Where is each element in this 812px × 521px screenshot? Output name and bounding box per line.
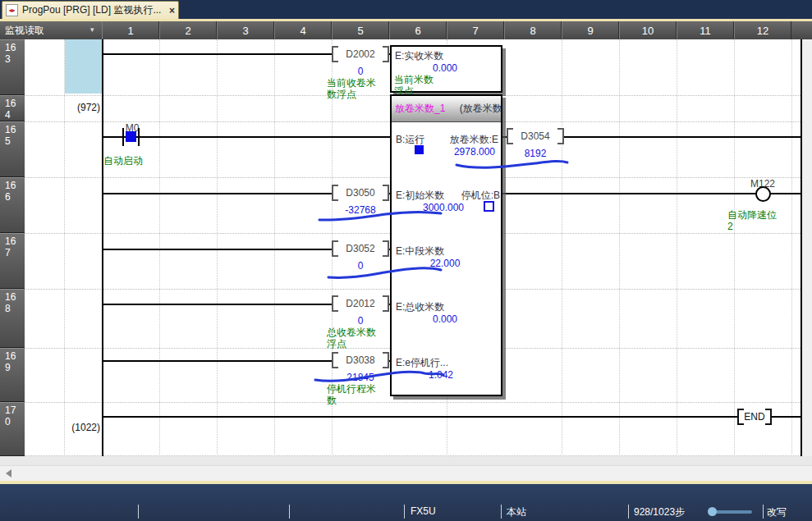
monitor-value-d3054: 8192	[507, 148, 564, 159]
grid-line	[734, 39, 735, 456]
grid-line	[64, 39, 65, 456]
device-name: D3054	[513, 130, 557, 142]
bracket-left	[737, 409, 744, 425]
col-header-10: 10	[619, 21, 677, 39]
fb-pin-meters-value: 2978.000	[421, 146, 495, 158]
bracket-right	[383, 240, 389, 257]
bracket-right	[383, 185, 389, 201]
status-divider	[501, 505, 502, 519]
left-power-rail	[102, 39, 103, 456]
step-number-1022: (1022)	[64, 422, 100, 433]
col-header-12: 12	[734, 21, 791, 39]
operand-d3038[interactable]: D3038	[332, 351, 389, 369]
fb-type-name: (放卷米数	[460, 103, 501, 114]
col-header-9: 9	[562, 21, 619, 39]
row-gutter-166[interactable]: 166	[0, 177, 25, 233]
fb-pin-mid-value: 22.000	[412, 258, 478, 269]
bottom-gap	[0, 456, 812, 465]
bracket-right	[765, 409, 772, 425]
col-header-5: 5	[332, 21, 389, 39]
step-number-972: (972)	[69, 102, 100, 113]
status-bar: FX5U 本站 928/1023步 改写	[0, 484, 812, 521]
device-name: D3038	[338, 354, 383, 366]
grid-line	[562, 39, 562, 456]
horizontal-scrollbar[interactable]	[0, 465, 812, 482]
right-margin-strip	[802, 39, 812, 456]
function-block-fangjuanmishu[interactable]: 放卷米数_1 (放卷米数 B:运行 放卷米数:E 2978.000 E:初始米数…	[390, 94, 502, 396]
close-icon[interactable]: ×	[169, 5, 175, 16]
grid-line	[677, 39, 677, 456]
plc-ladder-monitor-window: ◂▸ ProgPou [PRG] [LD] 监视执行... × 监视读取 ▾ 1…	[0, 0, 812, 521]
tab-title: ProgPou [PRG] [LD] 监视执行...	[22, 3, 166, 17]
device-name: D3050	[338, 187, 383, 199]
end-label: END	[744, 411, 765, 423]
bracket-right	[557, 128, 564, 144]
device-comment-d2012: 总收卷米数浮点	[327, 327, 379, 350]
grid-line	[159, 39, 160, 456]
fb-pin-mid: E:中段米数	[396, 245, 444, 258]
fb-pin-value: 0.000	[408, 62, 482, 74]
coil-m122[interactable]	[755, 186, 771, 202]
contact-m0-bar	[122, 128, 124, 146]
status-divider	[138, 505, 139, 519]
col-header-4: 4	[274, 21, 332, 39]
coil-m122-comment: 自动降速位2	[727, 210, 780, 233]
grid-line	[274, 39, 275, 456]
tab-progpou[interactable]: ◂▸ ProgPou [PRG] [LD] 监视执行... ×	[2, 1, 179, 19]
monitor-value-d2002: 0	[332, 66, 389, 77]
device-comment-d3038: 停机行程米数	[327, 384, 379, 407]
fb-pin-stop-off-indicator	[484, 201, 494, 212]
col-header-11: 11	[677, 21, 734, 39]
device-name: D2012	[338, 298, 383, 309]
right-power-rail	[801, 39, 802, 456]
bracket-right	[383, 46, 389, 62]
bracket-left	[507, 128, 513, 144]
monitor-mode-label: 监视读取	[5, 24, 44, 38]
row-gutter-168[interactable]: 168	[0, 289, 25, 348]
operand-d2002[interactable]: D2002	[332, 45, 389, 63]
row-gutter-170[interactable]: 170	[0, 402, 25, 456]
fb-pin-travel: E:e停机行...	[396, 356, 448, 370]
col-header-1: 1	[102, 21, 159, 39]
row-gutter-167[interactable]: 167	[0, 233, 25, 289]
bracket-left	[332, 240, 338, 257]
operand-d3054[interactable]: D3054	[507, 127, 564, 145]
operand-d3052[interactable]: D3052	[332, 240, 389, 258]
document-tab-bar: ◂▸ ProgPou [PRG] [LD] 监视执行... ×	[0, 0, 812, 19]
end-instruction[interactable]: END	[737, 408, 772, 426]
operand-d2012[interactable]: D2012	[332, 295, 389, 313]
col-header-7: 7	[447, 21, 504, 39]
contact-m0-comment: 自动启动	[103, 156, 156, 167]
status-step-count: 928/1023步	[634, 505, 685, 519]
bracket-right	[383, 352, 389, 368]
operand-d3050[interactable]: D3050	[332, 184, 389, 202]
status-divider	[628, 505, 629, 519]
zoom-slider-knob[interactable]	[708, 507, 717, 516]
status-divider	[763, 505, 764, 519]
bracket-left	[332, 46, 338, 62]
grid-line	[25, 402, 801, 403]
row-gutter-163[interactable]: 163	[0, 39, 25, 95]
row-gutter-164[interactable]: 164	[0, 95, 25, 121]
col-header-8: 8	[504, 21, 562, 39]
contact-m0-on-indicator	[126, 131, 136, 142]
status-divider	[289, 505, 290, 519]
status-divider	[404, 505, 405, 519]
fb-pin-label: E:实收米数	[395, 49, 443, 63]
fb-pin-travel-value: 1.042	[408, 369, 474, 381]
bracket-right	[383, 295, 389, 312]
fb-previous-tail[interactable]: E:实收米数 0.000 当前米数浮点	[390, 45, 502, 93]
row-gutter-169[interactable]: 169	[0, 348, 25, 402]
bracket-left	[332, 295, 338, 312]
fb-header: 放卷米数_1 (放卷米数	[392, 96, 501, 122]
col-header-6: 6	[389, 21, 447, 39]
zoom-slider-track[interactable]	[711, 510, 752, 514]
device-name: D2002	[338, 48, 383, 60]
edit-cursor-cell[interactable]	[65, 39, 102, 94]
scroll-left-arrow-icon[interactable]	[6, 469, 11, 478]
fb-pin-total-value: 0.000	[412, 313, 478, 325]
device-name: D3052	[338, 243, 383, 254]
fb-pin-init-value: 3000.000	[406, 202, 480, 213]
monitor-mode-dropdown[interactable]: 监视读取 ▾	[0, 21, 102, 39]
row-gutter-165[interactable]: 165	[0, 121, 25, 177]
